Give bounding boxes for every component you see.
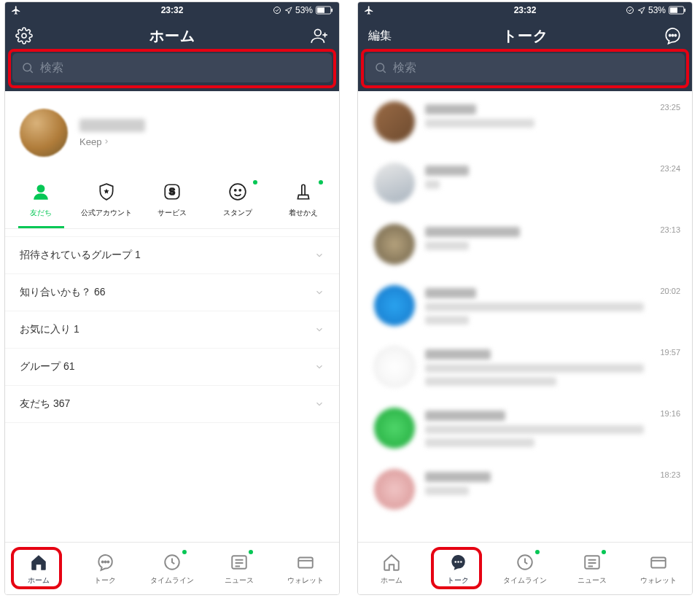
chevron-down-icon <box>314 250 324 260</box>
chat-row[interactable]: 19:57 <box>358 336 692 397</box>
svg-point-25 <box>674 34 676 36</box>
new-chat-icon[interactable] <box>663 26 682 45</box>
notification-dot <box>602 550 606 554</box>
navbar-title: トーク <box>502 26 548 46</box>
notification-dot <box>253 180 257 185</box>
svg-point-13 <box>102 561 104 562</box>
svg-point-27 <box>455 561 457 563</box>
htab-service[interactable]: S サービス <box>139 176 205 228</box>
tab-talk[interactable]: トーク <box>72 543 139 594</box>
chat-name-blurred <box>425 104 476 114</box>
tab-home[interactable]: ホーム <box>5 543 72 594</box>
svg-rect-21 <box>670 7 677 12</box>
notification-dot <box>319 180 323 185</box>
section-row-suggestions[interactable]: 知り合いかも？ 66 <box>5 274 339 311</box>
chat-row[interactable]: 20:02 <box>358 275 692 336</box>
chat-row[interactable]: 23:25 <box>358 91 692 152</box>
tab-wallet[interactable]: ウォレット <box>625 543 692 594</box>
chat-list[interactable]: 23:2523:2423:1320:0219:5719:1618:23 <box>358 91 692 542</box>
chat-message-blurred <box>425 486 469 495</box>
notification-dot <box>535 550 540 554</box>
svg-point-6 <box>23 63 31 71</box>
svg-point-26 <box>376 63 384 71</box>
battery-icon <box>316 6 333 15</box>
htab-stamp[interactable]: スタンプ <box>205 176 271 228</box>
status-bar: 23:32 53% <box>5 2 339 18</box>
svg-point-29 <box>460 561 462 563</box>
section-row-favorites[interactable]: お気に入り 1 <box>5 311 339 349</box>
tab-news[interactable]: ニュース <box>206 543 273 594</box>
navbar-home: ホーム <box>5 18 339 53</box>
notification-dot <box>182 550 187 554</box>
htab-friends[interactable]: 友だち <box>8 176 74 228</box>
tab-news[interactable]: ニュース <box>559 543 626 594</box>
profile-row[interactable]: Keep <box>5 91 339 171</box>
clock-icon <box>515 552 535 572</box>
htab-theme[interactable]: 着せかえ <box>271 176 336 228</box>
chat-message-blurred <box>425 425 644 434</box>
section-list: 招待されているグループ 1 知り合いかも？ 66 お気に入り 1 グループ 61… <box>5 229 339 542</box>
tab-bar: ホーム トーク タイムライン ニュース ウォレット <box>5 542 339 594</box>
profile-keep-link[interactable]: Keep <box>79 136 145 147</box>
search-icon <box>21 61 34 74</box>
section-row-invited-groups[interactable]: 招待されているグループ 1 <box>5 236 339 274</box>
wallet-icon <box>295 552 316 572</box>
chat-time: 23:24 <box>651 163 680 173</box>
search-box[interactable] <box>365 53 685 82</box>
chat-time: 23:13 <box>651 224 680 234</box>
brush-icon <box>293 182 314 202</box>
status-bar: 23:32 53% <box>358 2 692 18</box>
wallet-icon <box>648 552 669 572</box>
tab-wallet[interactable]: ウォレット <box>272 543 339 594</box>
svg-text:S: S <box>169 187 175 197</box>
search-input[interactable] <box>40 61 323 74</box>
section-row-groups[interactable]: グループ 61 <box>5 349 339 386</box>
chat-avatar <box>374 469 415 510</box>
tab-home[interactable]: ホーム <box>358 543 425 594</box>
home-icon <box>381 552 402 572</box>
svg-point-23 <box>669 34 671 36</box>
profile-name-blurred <box>79 119 145 132</box>
chat-message-blurred <box>425 119 534 128</box>
chat-name-blurred <box>425 411 505 421</box>
phone-home: 23:32 53% ホーム Keep <box>4 1 340 595</box>
chat-message-blurred <box>425 241 469 250</box>
chat-avatar <box>374 163 415 203</box>
svg-point-7 <box>37 185 45 193</box>
chat-body <box>425 285 644 325</box>
home-icon <box>28 552 49 572</box>
chat-time: 19:16 <box>654 408 680 418</box>
htab-official[interactable]: 公式アカウント <box>74 176 139 228</box>
clock-icon <box>162 552 182 572</box>
section-row-friends[interactable]: 友だち 367 <box>5 386 339 423</box>
chevron-down-icon <box>314 362 324 372</box>
search-container <box>5 53 339 91</box>
svg-point-11 <box>235 190 236 191</box>
settings-icon[interactable] <box>15 27 33 44</box>
airplane-mode-icon <box>364 5 374 15</box>
battery-percent: 53% <box>295 5 313 15</box>
chat-row[interactable]: 23:24 <box>358 152 692 214</box>
tab-timeline[interactable]: タイムライン <box>491 543 559 594</box>
chat-body <box>425 346 644 386</box>
chat-row[interactable]: 23:13 <box>358 214 692 275</box>
chat-row[interactable]: 19:16 <box>358 397 692 459</box>
svg-point-10 <box>230 184 246 200</box>
battery-icon <box>669 6 686 15</box>
add-friend-icon[interactable] <box>310 26 329 45</box>
chat-row[interactable]: 18:23 <box>358 459 692 520</box>
edit-button[interactable]: 編集 <box>368 28 392 44</box>
tab-timeline[interactable]: タイムライン <box>139 543 206 594</box>
search-input[interactable] <box>393 61 676 74</box>
search-box[interactable] <box>12 53 332 82</box>
tab-bar: ホーム トーク タイムライン ニュース ウォレット <box>358 542 692 594</box>
news-icon <box>582 552 602 572</box>
tab-talk[interactable]: トーク <box>425 543 492 594</box>
battery-percent: 53% <box>648 5 666 15</box>
home-category-tabs: 友だち 公式アカウント S サービス スタンプ 着せかえ <box>5 171 339 229</box>
svg-point-28 <box>458 561 460 563</box>
chat-body <box>425 408 644 447</box>
chat-message-blurred <box>425 377 556 386</box>
chat-avatar <box>374 285 415 326</box>
notification-dot <box>249 550 253 554</box>
